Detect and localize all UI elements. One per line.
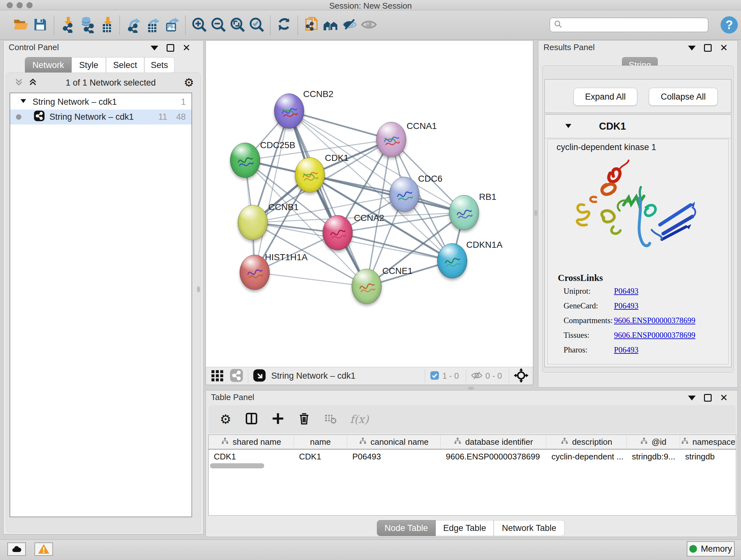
network-node-CCNB1[interactable] — [238, 205, 268, 240]
column-header-database-identifier[interactable]: database identifier — [441, 435, 546, 449]
refresh-view-button[interactable] — [274, 15, 293, 35]
float-panel-icon[interactable] — [166, 44, 174, 52]
column-header--id[interactable]: @id — [627, 435, 680, 449]
column-header-description[interactable]: description — [546, 435, 627, 449]
network-node-CDC6[interactable] — [389, 177, 419, 212]
network-node-CDK1[interactable] — [295, 158, 325, 192]
table-horizontal-scrollbar[interactable] — [210, 463, 264, 469]
close-panel-icon[interactable]: ✕ — [720, 43, 728, 53]
network-node-CCNA2[interactable] — [323, 215, 353, 250]
hide-selected-icon — [341, 16, 358, 34]
network-node-CCNE1[interactable] — [352, 269, 382, 304]
import-network-file-button[interactable] — [58, 15, 77, 35]
results-panel: Results Panel ✕ String Expand All Collap… — [538, 40, 738, 388]
network-canvas[interactable]: CCNB2CCNA1CDC25BCDK1CDC6RB1CCNB1CCNA2CDK… — [206, 41, 533, 367]
column-header-namespace[interactable]: namespace — [680, 435, 736, 449]
cdk1-section-header[interactable]: CDK1 — [545, 115, 731, 138]
crosslink-tissues-link[interactable]: 9606.ENSP00000378699 — [614, 331, 723, 340]
zoom-in-button[interactable] — [190, 15, 209, 35]
add-column-icon[interactable] — [272, 412, 284, 426]
close-panel-icon[interactable]: ✕ — [720, 393, 728, 402]
table-cell: CDK1 — [294, 452, 347, 462]
tab-edge-table[interactable]: Edge Table — [435, 520, 494, 536]
network-collection-row[interactable]: String Network – cdk1 1 — [10, 95, 192, 110]
node-position-crosshair-icon[interactable] — [514, 368, 529, 384]
crosslink-compartments-link[interactable]: 9606.ENSP00000378699 — [614, 316, 723, 325]
memory-status-dot — [689, 545, 697, 553]
table-row[interactable]: CDK1CDK1P064939606.ENSP00000378699cyclin… — [209, 449, 736, 463]
delete-column-icon[interactable] — [298, 412, 311, 426]
left-splitter-handle[interactable] — [197, 286, 200, 293]
share-view-icon[interactable] — [229, 368, 244, 384]
import-table-file-button[interactable] — [96, 15, 116, 35]
toolbar-separator — [270, 16, 271, 35]
node-label-CDC6: CDC6 — [418, 174, 442, 184]
tab-network[interactable]: Network — [25, 57, 71, 73]
panel-menu-icon[interactable] — [151, 46, 158, 51]
hide-selected-button[interactable] — [340, 15, 359, 35]
crosslink-genecard-link[interactable]: P06493 — [614, 301, 723, 310]
grid-view-icon[interactable] — [210, 368, 224, 384]
refresh-view-icon — [276, 17, 292, 34]
warnings-button[interactable] — [35, 543, 53, 556]
delete-table-icon — [324, 412, 337, 426]
crosslink-uniprot-link[interactable]: P06493 — [614, 287, 723, 296]
cloud-status-button[interactable] — [7, 543, 26, 556]
float-panel-icon[interactable] — [704, 394, 712, 401]
column-header-name[interactable]: name — [294, 435, 347, 449]
expand-all-button[interactable]: Expand All — [574, 88, 637, 106]
table-settings-gear-icon[interactable]: ⚙ — [220, 413, 231, 426]
export-table-button[interactable] — [143, 15, 162, 35]
show-columns-icon[interactable] — [245, 412, 258, 427]
zoom-out-button[interactable] — [209, 15, 228, 35]
network-node-CCNB2[interactable] — [274, 94, 304, 129]
export-image-button[interactable] — [162, 15, 181, 35]
network-row[interactable]: String Network – cdk1 11 48 — [10, 110, 192, 125]
memory-button[interactable]: Memory — [687, 541, 735, 557]
tab-style[interactable]: Style — [71, 57, 106, 73]
expand-all-networks-icon[interactable] — [14, 77, 23, 88]
close-panel-icon[interactable]: ✕ — [183, 43, 191, 53]
crosslink-row: Uniprot:P06493 — [563, 287, 723, 301]
network-options-gear-icon[interactable]: ⚙ — [184, 77, 194, 88]
zoom-selected-button[interactable] — [247, 15, 266, 35]
column-header-canonical-name[interactable]: canonical name — [347, 435, 441, 449]
first-neighbors-button[interactable] — [321, 15, 340, 35]
collapse-all-networks-icon[interactable] — [28, 77, 38, 88]
search-input[interactable] — [563, 20, 708, 30]
column-header-shared-name[interactable]: shared name — [209, 435, 294, 449]
float-panel-icon[interactable] — [704, 44, 712, 52]
export-network-button[interactable] — [124, 15, 143, 35]
panel-menu-icon[interactable] — [688, 395, 696, 400]
show-all-button[interactable] — [359, 15, 379, 35]
network-node-RB1[interactable] — [449, 195, 479, 230]
string-import-button[interactable] — [302, 15, 321, 35]
right-splitter-handle[interactable] — [534, 210, 537, 216]
tab-sets[interactable]: Sets — [144, 57, 175, 73]
selected-checkbox-icon[interactable] — [429, 370, 440, 382]
tab-node-table[interactable]: Node Table — [377, 520, 435, 536]
node-label-CDK1: CDK1 — [325, 153, 349, 163]
crosslink-pharos-link[interactable]: P06493 — [614, 346, 723, 354]
export-table-icon — [144, 16, 161, 34]
help-button[interactable]: ? — [721, 16, 738, 34]
node-label-HIST1H1A: HIST1H1A — [265, 252, 308, 262]
network-node-CDKN1A[interactable] — [437, 243, 467, 278]
zoom-fit-button[interactable] — [228, 15, 247, 35]
bottom-splitter-handle[interactable] — [468, 387, 474, 390]
import-network-database-button[interactable] — [77, 15, 96, 35]
tab-select[interactable]: Select — [106, 57, 144, 73]
tab-network-table[interactable]: Network Table — [494, 520, 564, 536]
collection-expand-icon[interactable] — [19, 97, 27, 107]
toolbar-separator — [119, 16, 120, 35]
network-node-CCNA1[interactable] — [376, 122, 406, 157]
shared-column-icon — [359, 437, 367, 447]
network-node-CDC25B[interactable] — [230, 143, 260, 178]
search-field[interactable] — [549, 17, 709, 32]
save-session-button[interactable] — [30, 15, 50, 35]
panel-menu-icon[interactable] — [688, 46, 696, 51]
birds-eye-view-icon[interactable] — [253, 369, 266, 383]
open-session-button[interactable] — [11, 15, 30, 35]
collapse-all-button[interactable]: Collapse All — [649, 88, 718, 106]
section-collapse-icon[interactable] — [564, 121, 573, 132]
